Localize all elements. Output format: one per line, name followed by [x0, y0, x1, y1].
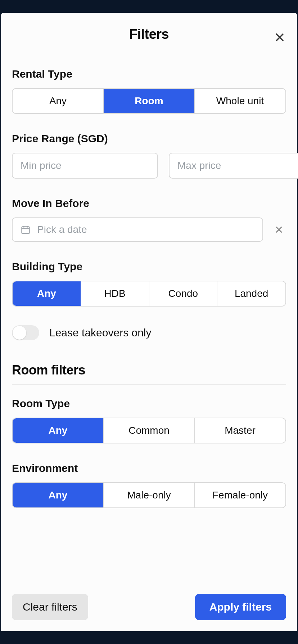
room-filters-divider [12, 384, 286, 385]
rental-type-whole[interactable]: Whole unit [195, 89, 285, 113]
environment-segmented: Any Male-only Female-only [12, 482, 286, 508]
price-range-label: Price Range (SGD) [12, 133, 286, 145]
filters-modal: Filters Rental Type Any Room Whole unit … [1, 13, 297, 631]
close-button[interactable] [271, 29, 288, 46]
room-type-section: Room Type Any Common Master [12, 397, 286, 443]
room-type-label: Room Type [12, 397, 286, 410]
room-filters-header: Room filters [12, 363, 286, 378]
move-in-placeholder: Pick a date [37, 224, 87, 235]
move-in-row: Pick a date [12, 217, 286, 242]
room-type-master[interactable]: Master [195, 418, 285, 443]
modal-footer: Clear filters Apply filters [12, 584, 286, 620]
environment-female[interactable]: Female-only [195, 483, 285, 507]
close-icon [274, 225, 284, 235]
lease-takeover-row: Lease takeovers only [12, 325, 286, 340]
lease-takeover-toggle[interactable] [12, 325, 39, 340]
move-in-clear-button[interactable] [272, 222, 286, 237]
building-type-hdb[interactable]: HDB [81, 281, 149, 306]
max-price-input[interactable] [169, 153, 298, 179]
building-type-condo[interactable]: Condo [149, 281, 218, 306]
environment-male[interactable]: Male-only [104, 483, 195, 507]
building-type-any[interactable]: Any [13, 281, 81, 306]
environment-label: Environment [12, 462, 286, 474]
building-type-landed[interactable]: Landed [217, 281, 285, 306]
rental-type-any[interactable]: Any [13, 89, 104, 113]
price-range-row [12, 153, 286, 179]
lease-takeover-label: Lease takeovers only [49, 327, 152, 339]
calendar-icon [21, 225, 31, 235]
building-type-label: Building Type [12, 261, 286, 273]
rental-type-room[interactable]: Room [104, 89, 195, 113]
toggle-knob [13, 326, 26, 340]
svg-rect-0 [22, 227, 30, 234]
room-type-segmented: Any Common Master [12, 418, 286, 443]
building-type-section: Building Type Any HDB Condo Landed [12, 261, 286, 307]
lease-takeover-section: Lease takeovers only [12, 325, 286, 340]
modal-header: Filters [12, 27, 286, 42]
building-type-segmented: Any HDB Condo Landed [12, 281, 286, 307]
move-in-date-input[interactable]: Pick a date [12, 217, 263, 242]
close-icon [273, 31, 286, 44]
environment-any[interactable]: Any [13, 483, 104, 507]
clear-filters-button[interactable]: Clear filters [12, 594, 88, 620]
apply-filters-button[interactable]: Apply filters [195, 594, 286, 620]
price-range-section: Price Range (SGD) [12, 133, 286, 179]
rental-type-segmented: Any Room Whole unit [12, 88, 286, 114]
move-in-section: Move In Before Pick a date [12, 197, 286, 242]
modal-title: Filters [129, 27, 169, 42]
min-price-input[interactable] [12, 153, 158, 179]
rental-type-section: Rental Type Any Room Whole unit [12, 68, 286, 114]
room-type-common[interactable]: Common [104, 418, 195, 443]
environment-section: Environment Any Male-only Female-only [12, 462, 286, 508]
rental-type-label: Rental Type [12, 68, 286, 80]
move-in-label: Move In Before [12, 197, 286, 210]
room-type-any[interactable]: Any [13, 418, 104, 443]
